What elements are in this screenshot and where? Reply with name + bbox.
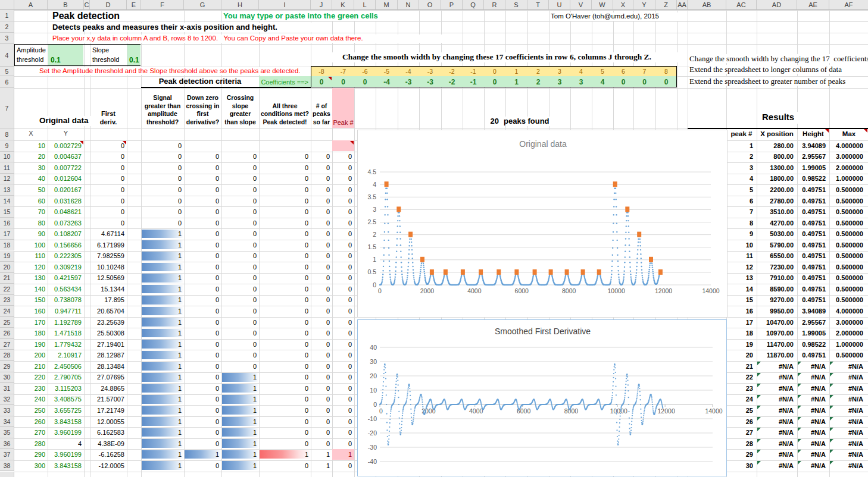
column-header-R[interactable]: R <box>484 0 505 10</box>
cell-I32[interactable]: 0 <box>259 394 311 405</box>
column-header-F[interactable]: F <box>141 0 184 10</box>
cell-B33[interactable]: 3.655725 <box>48 405 84 416</box>
column-header-T[interactable]: T <box>527 0 549 10</box>
cell-F26[interactable]: 1 <box>141 328 184 338</box>
coefficient-input[interactable]: -3 <box>419 76 441 87</box>
cell-B14[interactable]: 0.031628 <box>48 196 84 206</box>
cell-G19[interactable]: 0 <box>184 251 221 262</box>
cell-B25[interactable]: 1.192789 <box>48 317 84 328</box>
row-header-18[interactable]: 18 <box>0 240 14 251</box>
row-header-33[interactable]: 33 <box>0 405 14 416</box>
row-header-32[interactable]: 32 <box>0 394 14 406</box>
select-all-corner[interactable] <box>0 0 14 10</box>
result-cell-AD13[interactable]: 2200.00 <box>757 184 797 195</box>
result-cell-AF28[interactable]: 0.500000 <box>829 350 868 360</box>
cell-J33[interactable]: 0 <box>311 405 332 416</box>
cell-G37[interactable]: 1 <box>184 449 221 460</box>
result-cell-AE20[interactable]: 0.49751 <box>797 262 829 272</box>
cell-G34[interactable]: 0 <box>184 416 221 427</box>
row-header-31[interactable]: 31 <box>0 383 14 394</box>
cell-J32[interactable]: 0 <box>311 394 332 405</box>
cell-J25[interactable]: 0 <box>311 317 332 328</box>
result-cell-AD18[interactable]: 5790.00 <box>757 240 797 250</box>
cell-I34[interactable]: 0 <box>259 416 311 427</box>
result-cell-AE26[interactable]: 1.99005 <box>797 328 829 338</box>
result-cell-AD30[interactable]: #N/A <box>757 372 797 383</box>
cell-D13[interactable]: 0 <box>90 184 127 195</box>
cell-I15[interactable]: 0 <box>259 206 311 217</box>
cell-A10[interactable]: 20 <box>14 152 48 162</box>
coefficient-input[interactable]: -3 <box>398 76 419 87</box>
cell-K15[interactable]: 0 <box>332 206 354 217</box>
coefficient-input[interactable]: 0 <box>484 76 505 87</box>
cell-F22[interactable]: 1 <box>141 284 184 294</box>
cell-A24[interactable]: 160 <box>14 306 48 316</box>
cell-B26[interactable]: 1.471518 <box>48 328 84 338</box>
cell-F28[interactable]: 1 <box>141 350 184 360</box>
row-header-37[interactable]: 37 <box>0 449 14 460</box>
result-cell-AF22[interactable]: 0.500000 <box>829 284 868 294</box>
cell-G20[interactable]: 0 <box>184 262 221 272</box>
coefficient-input[interactable]: -4 <box>376 76 398 87</box>
result-cell-AE28[interactable]: 0.49751 <box>797 350 829 360</box>
cell-F15[interactable]: 0 <box>141 206 184 217</box>
row-header-12[interactable]: 12 <box>0 174 14 185</box>
column-header-A[interactable]: A <box>14 0 48 10</box>
cell-H32[interactable]: 1 <box>221 394 259 405</box>
cell-A14[interactable]: 60 <box>14 196 48 206</box>
cell-D38[interactable]: -12.0005 <box>90 460 127 471</box>
result-cell-AD22[interactable]: 8590.00 <box>757 284 797 294</box>
cell-H13[interactable]: 0 <box>221 184 259 195</box>
result-cell-AF15[interactable]: 0.500000 <box>829 206 868 217</box>
cell-B38[interactable]: 3.843158 <box>48 460 84 471</box>
cell-G14[interactable]: 0 <box>184 196 221 206</box>
cell-J13[interactable]: 0 <box>311 184 332 195</box>
column-header-AF[interactable]: AF <box>829 0 868 10</box>
result-cell-AF29[interactable]: #N/A <box>829 361 868 372</box>
coefficient-input[interactable]: 0 <box>655 76 677 87</box>
row-header-25[interactable]: 25 <box>0 317 14 328</box>
result-cell-AD21[interactable]: 7910.00 <box>757 273 797 284</box>
result-cell-AC14[interactable]: 6 <box>726 196 757 206</box>
cell-F9[interactable]: 0 <box>141 140 184 151</box>
result-cell-AE29[interactable]: #N/A <box>797 361 829 372</box>
cell-D14[interactable]: 0 <box>90 196 127 206</box>
cell-D34[interactable]: 12.00055 <box>90 416 127 427</box>
cell-D36[interactable]: 4.38E-09 <box>90 438 127 449</box>
cell-I11[interactable]: 0 <box>259 162 311 173</box>
result-cell-AF30[interactable]: #N/A <box>829 372 868 383</box>
cell-F34[interactable]: 1 <box>141 416 184 427</box>
result-cell-AC20[interactable]: 12 <box>726 262 757 272</box>
cell-K27[interactable]: 0 <box>332 339 354 350</box>
result-cell-AD17[interactable]: 5030.00 <box>757 228 797 239</box>
coefficient-input[interactable]: 2 <box>527 76 549 87</box>
cell-K16[interactable]: 0 <box>332 218 354 228</box>
cell-H35[interactable]: 1 <box>221 427 259 438</box>
result-cell-AD34[interactable]: #N/A <box>757 416 797 427</box>
cell-D20[interactable]: 10.10248 <box>90 262 127 272</box>
cell-F27[interactable]: 1 <box>141 339 184 350</box>
cell-K32[interactable]: 0 <box>332 394 354 405</box>
cell-J10[interactable]: 0 <box>311 152 332 162</box>
cell-A37[interactable]: 290 <box>14 449 48 460</box>
result-cell-AD36[interactable]: #N/A <box>757 438 797 449</box>
result-cell-AD19[interactable]: 6550.00 <box>757 251 797 262</box>
cell-F24[interactable]: 1 <box>141 306 184 316</box>
result-cell-AC22[interactable]: 14 <box>726 284 757 294</box>
cell-D26[interactable]: 25.50308 <box>90 328 127 338</box>
row-header-34[interactable]: 34 <box>0 416 14 428</box>
cell-B23[interactable]: 0.738078 <box>48 295 84 306</box>
cell-I23[interactable]: 0 <box>259 295 311 306</box>
cell-G30[interactable]: 0 <box>184 372 221 383</box>
result-cell-AD31[interactable]: #N/A <box>757 383 797 394</box>
cell-D23[interactable]: 17.895 <box>90 295 127 306</box>
row-header-28[interactable]: 28 <box>0 350 14 361</box>
column-header-AC[interactable]: AC <box>726 0 757 10</box>
row-header-8[interactable]: 8 <box>0 128 14 140</box>
cell-B16[interactable]: 0.073263 <box>48 218 84 228</box>
cell-K29[interactable]: 0 <box>332 361 354 372</box>
result-cell-AE14[interactable]: 0.49751 <box>797 196 829 206</box>
row-header-23[interactable]: 23 <box>0 295 14 306</box>
row-header-11[interactable]: 11 <box>0 162 14 174</box>
cell-J26[interactable]: 0 <box>311 328 332 338</box>
